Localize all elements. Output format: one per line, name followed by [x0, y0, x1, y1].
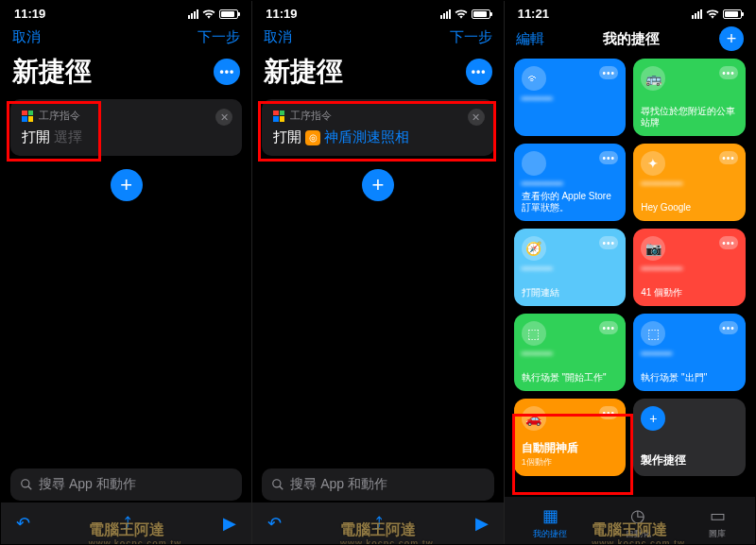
status-indicators	[692, 9, 742, 19]
tile-more-icon[interactable]: •••	[599, 66, 618, 79]
shortcut-tile[interactable]: 🧭•••▬▬▬打開連結	[514, 229, 627, 306]
tile-more-icon[interactable]: •••	[599, 406, 618, 419]
battery-icon	[472, 9, 490, 19]
scripting-icon	[273, 111, 284, 122]
cellular-icon	[440, 9, 451, 19]
remove-action-button[interactable]: ✕	[215, 109, 232, 126]
card-body: 打開 ◎ 神盾測速照相	[273, 128, 482, 146]
shortcut-tile[interactable]: ᯤ•••▬▬▬	[514, 59, 627, 136]
search-bar[interactable]: 搜尋 App 和動作	[10, 468, 242, 501]
play-icon[interactable]: ▶	[223, 513, 236, 534]
wifi-icon	[202, 9, 215, 19]
selected-app[interactable]: 神盾測速照相	[324, 128, 409, 146]
nav-bar: 編輯 我的捷徑 +	[505, 23, 755, 59]
action-card[interactable]: 工序指令 打開 選擇 ✕	[10, 99, 242, 156]
status-bar: 11:19	[1, 1, 251, 23]
tile-more-icon[interactable]: •••	[719, 321, 738, 334]
cancel-button[interactable]: 取消	[12, 28, 41, 46]
app-icon: ◎	[305, 130, 320, 145]
tab-gallery[interactable]: ▭圖庫	[709, 505, 726, 540]
next-button[interactable]: 下一步	[450, 28, 492, 46]
phone-panel-right: 11:21 編輯 我的捷徑 + ᯤ•••▬▬▬ 🚌•••尋找位於您附近的公車站牌…	[504, 1, 755, 544]
bottom-toolbar: ↶ ⤴ ▶	[1, 502, 251, 544]
shortcuts-grid: ᯤ•••▬▬▬ 🚌•••尋找位於您附近的公車站牌 •••▬▬▬▬查看你的 App…	[505, 59, 755, 476]
status-bar: 11:19	[252, 1, 503, 23]
page-title: 新捷徑	[264, 54, 343, 90]
tile-more-icon[interactable]: •••	[599, 236, 618, 249]
nav-bar: 取消 下一步	[1, 23, 251, 52]
search-icon	[20, 478, 33, 491]
shortcut-tile[interactable]: •••▬▬▬▬查看你的 Apple Store 訂單狀態。	[514, 144, 627, 221]
shortcut-tile[interactable]: 📷•••▬▬▬▬41 個動作	[633, 229, 746, 306]
card-header: 工序指令	[273, 109, 482, 123]
open-label: 打開	[22, 128, 50, 146]
svg-point-0	[22, 480, 29, 487]
tile-more-icon[interactable]: •••	[719, 151, 738, 164]
select-placeholder[interactable]: 選擇	[54, 128, 82, 146]
tab-shortcuts[interactable]: ▦我的捷徑	[533, 505, 567, 540]
mi-icon: ⬚	[641, 321, 665, 346]
page-title: 我的捷徑	[603, 30, 660, 48]
share-icon[interactable]: ⤴	[374, 514, 383, 534]
shortcut-tile-car[interactable]: 🚗•••自動開神盾1個動作	[514, 399, 627, 476]
tile-more-icon[interactable]: •••	[719, 66, 738, 79]
phone-panel-left: 11:19 取消 下一步 新捷徑 ••• 工序指令 打開 選擇 ✕ + 搜尋 A…	[1, 1, 251, 544]
add-action-button[interactable]: +	[362, 169, 394, 201]
more-button[interactable]: •••	[214, 59, 240, 85]
edit-button[interactable]: 編輯	[516, 30, 544, 48]
add-shortcut-button[interactable]: +	[719, 26, 744, 51]
more-button[interactable]: •••	[466, 59, 492, 85]
shortcut-tile[interactable]: ✦•••▬▬▬▬Hey Google	[633, 144, 746, 221]
svg-line-3	[280, 486, 284, 490]
tab-bar: ▦我的捷徑 ◷自動化 ▭圖庫	[505, 497, 755, 544]
plus-icon: +	[641, 406, 665, 431]
status-time: 11:19	[14, 7, 45, 21]
status-time: 11:19	[266, 7, 297, 21]
wifi-icon	[455, 9, 468, 19]
title-row: 新捷徑 •••	[1, 52, 251, 99]
play-icon[interactable]: ▶	[475, 513, 489, 534]
search-placeholder: 搜尋 App 和動作	[39, 476, 136, 493]
wifi-icon	[706, 9, 719, 19]
tile-more-icon[interactable]: •••	[599, 321, 618, 334]
search-placeholder: 搜尋 App 和動作	[290, 476, 387, 493]
grid-icon: ▦	[542, 505, 558, 526]
action-card[interactable]: 工序指令 打開 ◎ 神盾測速照相 ✕	[262, 99, 493, 156]
status-indicators	[440, 9, 490, 19]
shortcut-tile[interactable]: 🚌•••尋找位於您附近的公車站牌	[633, 59, 746, 136]
apple-icon	[522, 151, 546, 176]
undo-icon[interactable]: ↶	[16, 513, 30, 534]
car-icon: 🚗	[522, 406, 546, 431]
add-action-button[interactable]: +	[111, 169, 143, 201]
tile-more-icon[interactable]: •••	[719, 236, 738, 249]
remove-action-button[interactable]: ✕	[468, 109, 485, 126]
scripting-icon	[22, 111, 33, 122]
page-title: 新捷徑	[12, 54, 92, 90]
undo-icon[interactable]: ↶	[267, 513, 282, 534]
card-header-label: 工序指令	[290, 109, 332, 123]
shortcut-tile[interactable]: ⬚•••▬▬▬執行场景 "出門"	[633, 314, 746, 391]
card-body: 打開 選擇	[22, 128, 231, 146]
camera-icon: 📷	[641, 236, 665, 261]
tab-automation[interactable]: ◷自動化	[626, 505, 651, 540]
make-shortcut-tile[interactable]: +製作捷徑	[633, 399, 746, 476]
bottom-toolbar: ↶ ⤴ ▶	[252, 502, 503, 544]
card-header-label: 工序指令	[39, 109, 80, 123]
title-row: 新捷徑 •••	[252, 52, 503, 99]
cancel-button[interactable]: 取消	[264, 28, 292, 46]
wifi-icon: ᯤ	[522, 66, 546, 91]
tile-more-icon[interactable]: •••	[599, 151, 618, 164]
open-label: 打開	[273, 128, 301, 146]
next-button[interactable]: 下一步	[198, 28, 240, 46]
bus-icon: 🚌	[641, 66, 665, 91]
search-icon	[271, 478, 284, 491]
svg-point-2	[273, 480, 281, 487]
status-bar: 11:21	[505, 1, 755, 23]
share-icon[interactable]: ⤴	[123, 514, 131, 534]
mi-icon: ⬚	[522, 321, 546, 346]
battery-icon	[219, 9, 238, 19]
sparkle-icon: ✦	[641, 151, 665, 176]
search-bar[interactable]: 搜尋 App 和動作	[262, 468, 493, 501]
shortcut-tile[interactable]: ⬚•••▬▬▬執行场景 "開始工作"	[514, 314, 627, 391]
cellular-icon	[692, 9, 702, 19]
